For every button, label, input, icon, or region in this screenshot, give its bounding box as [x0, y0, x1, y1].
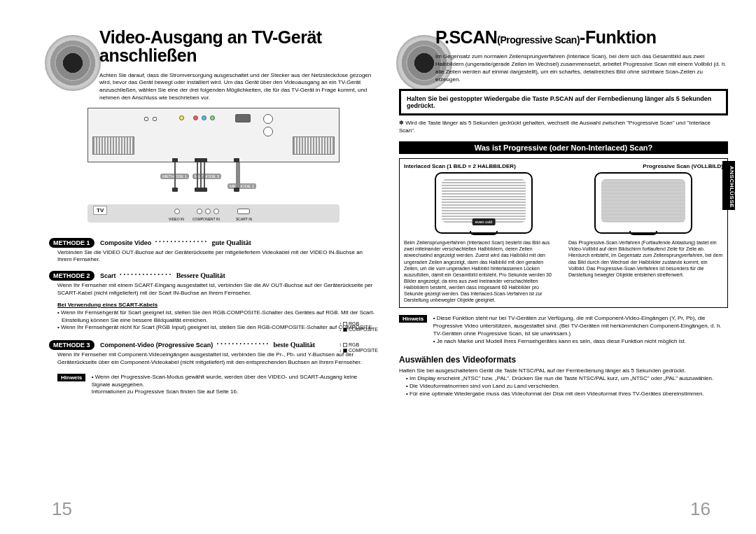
intro-right: Im Gegensatz zum normalen Zeilensprungve… — [435, 53, 728, 83]
header-interlaced: Interlaced Scan (1 BILD = 2 HALBBILDER) — [404, 163, 516, 169]
desc-interlaced: Beim Zeilensprungverfahren (Interlaced S… — [404, 239, 559, 303]
hold-bullet: ✽ Wird die Taste länger als 5 Sekunden g… — [399, 120, 728, 134]
page-16: P.SCAN(Progressive Scan)-Funktion Im Geg… — [399, 28, 728, 398]
scan-comparison-box: Interlaced Scan (1 BILD = 2 HALBBILDER) … — [399, 158, 728, 308]
tv-illustration-interlaced: even odd — [435, 172, 533, 234]
page-number-16: 16 — [690, 498, 710, 520]
note-left: Hinweis • Wenn der Progressive-Scan-Modu… — [57, 374, 378, 396]
page-15: Video-Ausgang an TV-Gerät anschließen Ac… — [49, 28, 378, 396]
page-title-right: P.SCAN(Progressive Scan)-Funktion — [435, 28, 728, 46]
intro-left: Achten Sie darauf, dass die Stromversorg… — [99, 72, 378, 102]
note-right: Hinweis • Diese Funktion steht nur bei T… — [399, 315, 728, 345]
videoformat-intro: Halten Sie bei ausgeschaltetem Gerät die… — [399, 367, 728, 375]
tv-illustration-progressive — [594, 172, 692, 234]
vf-b1: • Im Display erscheint „NTSC" bzw. „PAL"… — [406, 375, 728, 383]
vf-b2: • Die Videoformatnormen sind von Land zu… — [406, 383, 728, 391]
page-number-15: 15 — [52, 498, 72, 520]
connection-diagram: METHODE 1 METHODE 3 METHODE 2 TV VIDEO I… — [80, 108, 346, 227]
videoformat-title: Auswählen des Videoformats — [399, 355, 728, 365]
vf-b3: • Für eine optimale Wiedergabe muss das … — [406, 391, 728, 398]
tv-bar: TV VIDEO IN COMPONENT IN SCART IN — [88, 204, 340, 223]
section-bar: Was ist Progressive (oder Non-Interlaced… — [399, 141, 728, 154]
hold-box: Halten Sie bei gestoppter Wiedergabe die… — [399, 89, 728, 115]
method-2: METHODE 2 Scart ·············· Bessere Q… — [49, 268, 378, 332]
method-3: METHODE 3 Component-Video (Progressive S… — [49, 337, 378, 367]
method-1: METHODE 1 Composite Video ··············… — [49, 235, 378, 265]
desc-progressive: Das Progressive-Scan-Verfahren (Fortlauf… — [568, 239, 723, 303]
page-title-left: Video-Ausgang an TV-Gerät anschließen — [99, 28, 378, 65]
header-progressive: Progressive Scan (VOLLBILD) — [643, 163, 723, 169]
rear-panel — [88, 108, 340, 162]
